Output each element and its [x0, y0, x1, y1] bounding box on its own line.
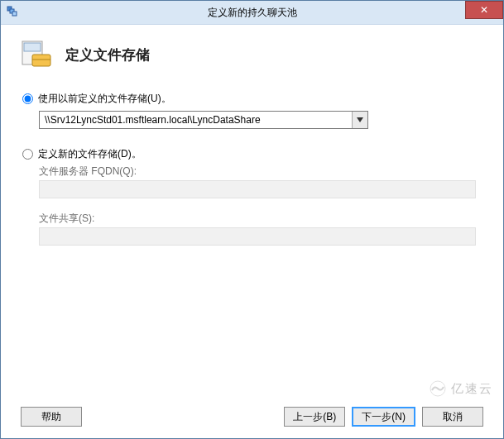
radio-use-existing-label: 使用以前定义的文件存储(U)。: [38, 92, 171, 106]
fqdn-input: [39, 180, 476, 198]
spacer: [21, 257, 483, 398]
window-title: 定义新的持久聊天池: [1, 6, 503, 20]
page-header: 定义文件存储: [21, 40, 483, 70]
button-gap: [82, 407, 277, 427]
fileshare-input: [39, 227, 476, 246]
chevron-down-icon: [357, 117, 363, 122]
dropdown-arrow[interactable]: [352, 112, 367, 128]
close-icon: ✕: [480, 5, 488, 15]
svg-rect-5: [32, 55, 50, 66]
radio-use-existing[interactable]: [22, 93, 33, 104]
file-store-icon: [21, 40, 54, 70]
existing-filestore-dropdown[interactable]: \\Srv12LyncStd01.msftlearn.local\LyncDat…: [39, 111, 368, 129]
radio-define-new-label: 定义新的文件存储(D)。: [38, 147, 142, 161]
next-button[interactable]: 下一步(N): [352, 407, 415, 427]
existing-filestore-value: \\Srv12LyncStd01.msftlearn.local\LyncDat…: [40, 114, 352, 126]
svg-rect-4: [24, 43, 41, 51]
help-button[interactable]: 帮助: [21, 407, 82, 427]
wizard-window: 定义新的持久聊天池 ✕ 定义文件存储 使用以前定义的文件存储(U)。 \\Srv…: [0, 0, 504, 439]
fileshare-label: 文件共享(S):: [39, 212, 483, 226]
option-new-row: 定义新的文件存储(D)。: [21, 147, 483, 161]
option-existing-row: 使用以前定义的文件存储(U)。: [21, 92, 483, 106]
cancel-button[interactable]: 取消: [422, 407, 483, 427]
button-row: 帮助 上一步(B) 下一步(N) 取消: [21, 398, 483, 427]
app-icon: [6, 5, 19, 21]
svg-rect-2: [12, 12, 17, 16]
radio-define-new[interactable]: [22, 149, 33, 160]
close-button[interactable]: ✕: [465, 1, 503, 19]
page-title: 定义文件存储: [65, 45, 150, 64]
back-button[interactable]: 上一步(B): [284, 407, 345, 427]
wizard-body: 定义文件存储 使用以前定义的文件存储(U)。 \\Srv12LyncStd01.…: [1, 25, 503, 438]
titlebar: 定义新的持久聊天池 ✕: [1, 1, 503, 25]
fqdn-label: 文件服务器 FQDN(Q):: [39, 165, 483, 179]
svg-marker-7: [357, 117, 363, 122]
